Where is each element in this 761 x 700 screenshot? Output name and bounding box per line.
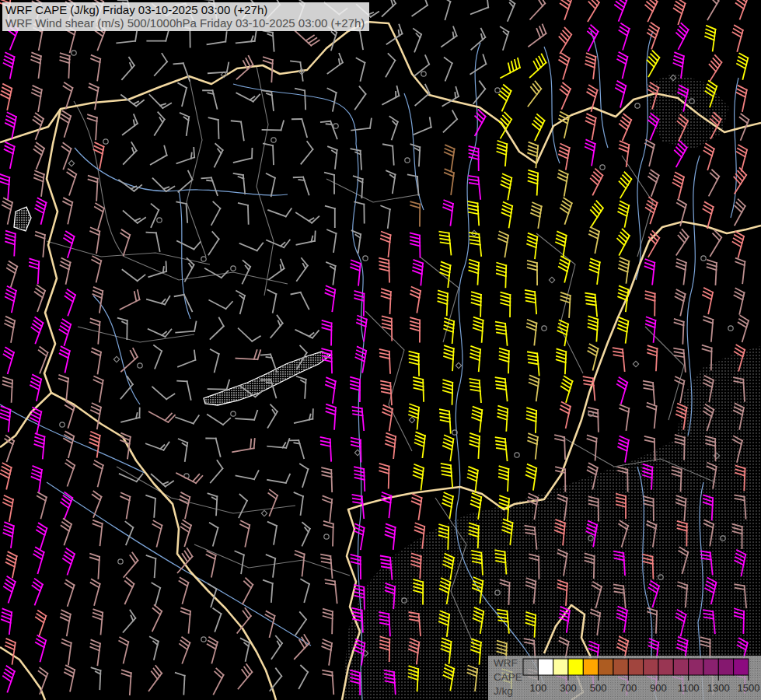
svg-text:700: 700 <box>620 682 637 694</box>
svg-text:1500: 1500 <box>737 682 759 694</box>
cape-legend: WRF CAPE J/kg 10030050070090011001300150… <box>488 656 761 700</box>
title-cape: WRF CAPE (J/kg) Friday 03-10-2025 03:00 … <box>5 3 365 16</box>
svg-text:500: 500 <box>590 682 607 694</box>
svg-text:900: 900 <box>650 682 667 694</box>
cape-stipple-layer <box>342 73 761 700</box>
cape-colorbar: 100300500700900110013001500 <box>488 656 761 700</box>
svg-text:100: 100 <box>529 682 546 694</box>
wrf-cape-windshear-map <box>0 0 761 700</box>
map-title-box: WRF CAPE (J/kg) Friday 03-10-2025 03:00 … <box>2 2 369 31</box>
svg-text:300: 300 <box>560 682 577 694</box>
title-windshear: WRF Wind shear (m/s) 500/1000hPa Friday … <box>5 16 365 30</box>
svg-text:1100: 1100 <box>678 682 700 694</box>
weather-map-stage: WRF CAPE (J/kg) Friday 03-10-2025 03:00 … <box>0 0 761 700</box>
svg-text:1300: 1300 <box>707 682 730 694</box>
